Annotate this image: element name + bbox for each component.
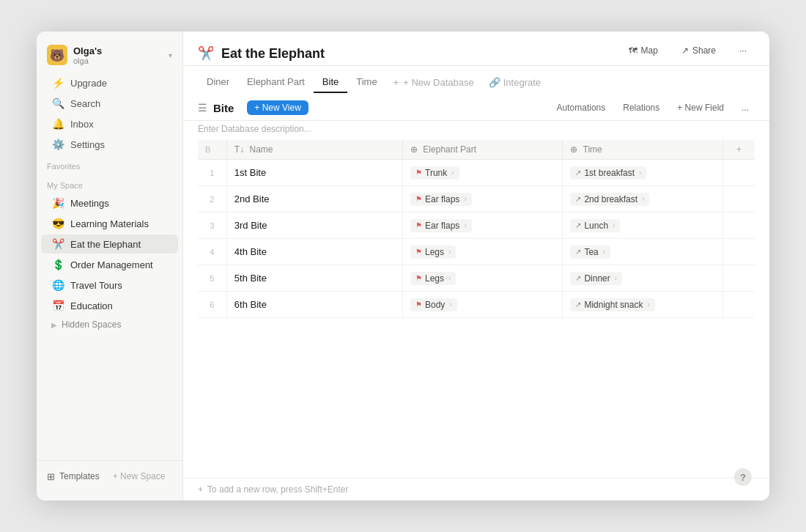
- user-menu[interactable]: 🐻 Olga's olga ▾: [37, 40, 182, 73]
- eat-elephant-icon: ✂️: [51, 238, 64, 250]
- row-time[interactable]: ↗ 2nd breakfast ›: [563, 186, 722, 213]
- new-view-button[interactable]: + New View: [247, 100, 308, 115]
- sidebar-item-travel-tours[interactable]: 🌐 Travel Tours: [41, 276, 178, 295]
- db-name: Bite: [213, 102, 234, 114]
- inbox-icon: 🔔: [51, 118, 64, 130]
- templates-button[interactable]: ⊞ Templates: [47, 471, 100, 482]
- main-area: ✂️ Eat the Elephant 🗺 Map ↗ Share ···: [183, 32, 769, 500]
- row-elephant-part[interactable]: ⚑ Ear flaps ›: [403, 186, 563, 213]
- add-row-hint[interactable]: + To add a new row, press Shift+Enter: [183, 478, 769, 500]
- row-time[interactable]: ↗ Lunch ›: [563, 213, 722, 239]
- time-chip[interactable]: ↗ Midnight snack ›: [570, 298, 654, 311]
- sidebar-item-order-management[interactable]: 💲 Order Management: [41, 255, 178, 274]
- table-row[interactable]: 3 3rd Bite ⚑ Ear flaps › ↗ Lunch ›: [198, 213, 755, 239]
- chip-chevron-icon[interactable]: ›: [464, 195, 466, 203]
- row-time[interactable]: ↗ Dinner ›: [563, 265, 722, 292]
- col-header-time[interactable]: ⊕ Time: [563, 140, 722, 160]
- row-name[interactable]: 1st Bite: [226, 160, 402, 186]
- table-row[interactable]: 1 1st Bite ⚑ Trunk › ↗ 1st breakfast ›: [198, 160, 755, 186]
- sidebar-item-search[interactable]: 🔍 Search: [41, 94, 178, 113]
- automations-button[interactable]: Automations: [551, 100, 612, 116]
- elephant-part-chip[interactable]: ⚑ Trunk ›: [410, 166, 459, 180]
- elephant-part-chip[interactable]: ⚑ Ear flaps ›: [410, 193, 472, 206]
- time-chevron-icon[interactable]: ›: [603, 248, 605, 256]
- db-more-button[interactable]: ...: [736, 100, 755, 116]
- sidebar-item-meetings[interactable]: 🎉 Meetings: [41, 193, 178, 213]
- tab-time[interactable]: Time: [347, 72, 385, 93]
- share-button[interactable]: ↗ Share: [673, 42, 724, 59]
- help-button[interactable]: ?: [734, 468, 752, 486]
- col-header-elephant-part[interactable]: ⊕ Elephant Part: [403, 140, 563, 160]
- time-chip[interactable]: ↗ 1st breakfast ›: [570, 166, 646, 180]
- time-chevron-icon[interactable]: ›: [615, 274, 617, 282]
- time-chevron-icon[interactable]: ›: [642, 195, 644, 203]
- tab-integrate[interactable]: 🔗 Integrate: [481, 73, 548, 92]
- tab-bite[interactable]: Bite: [314, 72, 347, 93]
- row-name[interactable]: 2nd Bite: [226, 186, 402, 213]
- table-row[interactable]: 4 4th Bite ⚑ Legs › ↗ Tea ›: [198, 239, 755, 265]
- favorites-label: Favorites: [37, 155, 182, 174]
- tab-add-database[interactable]: + + New Database: [386, 73, 481, 92]
- new-field-button[interactable]: + New Field: [671, 100, 730, 116]
- tab-elephant-part[interactable]: Elephant Part: [238, 72, 314, 93]
- row-elephant-part[interactable]: ⚑ Trunk ›: [403, 160, 563, 186]
- time-chip-icon: ↗: [575, 221, 581, 229]
- time-chip[interactable]: ↗ Lunch ›: [570, 219, 620, 232]
- row-time[interactable]: ↗ 1st breakfast ›: [563, 160, 722, 186]
- table-row[interactable]: 5 5th Bite ⚑ Legs › ↗ Dinner ›: [198, 265, 755, 292]
- more-options-button[interactable]: ···: [731, 42, 755, 59]
- row-elephant-part[interactable]: ⚑ Ear flaps ›: [403, 213, 563, 239]
- row-name[interactable]: 6th Bite: [226, 292, 402, 318]
- elephant-part-chip[interactable]: ⚑ Ear flaps ›: [410, 219, 472, 232]
- row-num: 5: [198, 265, 226, 292]
- elephant-part-chip[interactable]: ⚑ Legs ›: [410, 245, 456, 259]
- elephant-part-chip[interactable]: ⚑ Body ›: [410, 298, 457, 311]
- time-chip[interactable]: ↗ 2nd breakfast ›: [570, 193, 649, 206]
- col-header-add[interactable]: +: [722, 140, 755, 160]
- time-chevron-icon[interactable]: ›: [647, 300, 649, 309]
- map-button[interactable]: 🗺 Map: [621, 42, 666, 59]
- row-time[interactable]: ↗ Tea ›: [563, 239, 722, 265]
- col-header-name[interactable]: T↓ Name: [226, 140, 402, 160]
- row-elephant-part[interactable]: ⚑ Body ›: [403, 292, 563, 318]
- chip-chevron-icon[interactable]: ›: [451, 169, 454, 177]
- sidebar-item-education[interactable]: 📅 Education: [41, 296, 178, 315]
- time-chip[interactable]: ↗ Tea ›: [570, 245, 610, 259]
- elephant-part-chip[interactable]: ⚑ Legs ›: [410, 272, 456, 285]
- hidden-spaces[interactable]: ▶ Hidden Spaces: [41, 317, 178, 333]
- row-extra: [722, 160, 755, 186]
- new-space-button[interactable]: + New Space: [107, 468, 171, 484]
- row-elephant-part[interactable]: ⚑ Legs ›: [403, 265, 563, 292]
- chip-chevron-icon[interactable]: ›: [449, 300, 451, 309]
- chip-chevron-icon[interactable]: ›: [448, 248, 451, 256]
- sidebar-item-settings[interactable]: ⚙️ Settings: [41, 135, 178, 154]
- row-name[interactable]: 3rd Bite: [226, 213, 402, 239]
- sidebar-item-inbox[interactable]: 🔔 Inbox: [41, 114, 178, 133]
- row-time[interactable]: ↗ Midnight snack ›: [563, 292, 722, 318]
- chip-chevron-icon[interactable]: ›: [448, 274, 451, 282]
- relations-button[interactable]: Relations: [617, 100, 665, 116]
- db-description[interactable]: Enter Database description...: [183, 121, 769, 140]
- table-row[interactable]: 2 2nd Bite ⚑ Ear flaps › ↗ 2nd breakfast…: [198, 186, 755, 213]
- sidebar-item-eat-the-elephant[interactable]: ✂️ Eat the Elephant: [41, 234, 178, 254]
- row-num: 4: [198, 239, 226, 265]
- sidebar-item-upgrade[interactable]: ⚡ Upgrade: [41, 73, 178, 92]
- time-chevron-icon[interactable]: ›: [639, 169, 641, 177]
- meetings-icon: 🎉: [51, 197, 64, 209]
- time-chevron-icon[interactable]: ›: [613, 221, 615, 229]
- table-row[interactable]: 6 6th Bite ⚑ Body › ↗ Midnight snack ›: [198, 292, 755, 318]
- tab-diner[interactable]: Diner: [198, 72, 238, 93]
- row-elephant-part[interactable]: ⚑ Legs ›: [403, 239, 563, 265]
- row-name[interactable]: 5th Bite: [226, 265, 402, 292]
- row-extra: [722, 292, 755, 318]
- row-name[interactable]: 4th Bite: [226, 239, 402, 265]
- user-subtext: olga: [73, 56, 102, 65]
- chevron-right-icon: ▶: [51, 321, 57, 329]
- time-chip[interactable]: ↗ Dinner ›: [570, 272, 622, 285]
- travel-icon: 🌐: [51, 279, 64, 291]
- sidebar-item-learning-materials[interactable]: 😎 Learning Materials: [41, 214, 178, 233]
- main-content: ✂️ Eat the Elephant 🗺 Map ↗ Share ···: [183, 32, 769, 500]
- chip-chevron-icon[interactable]: ›: [464, 221, 466, 229]
- name-col-icon: T↓: [234, 144, 244, 155]
- templates-icon: ⊞: [47, 471, 55, 482]
